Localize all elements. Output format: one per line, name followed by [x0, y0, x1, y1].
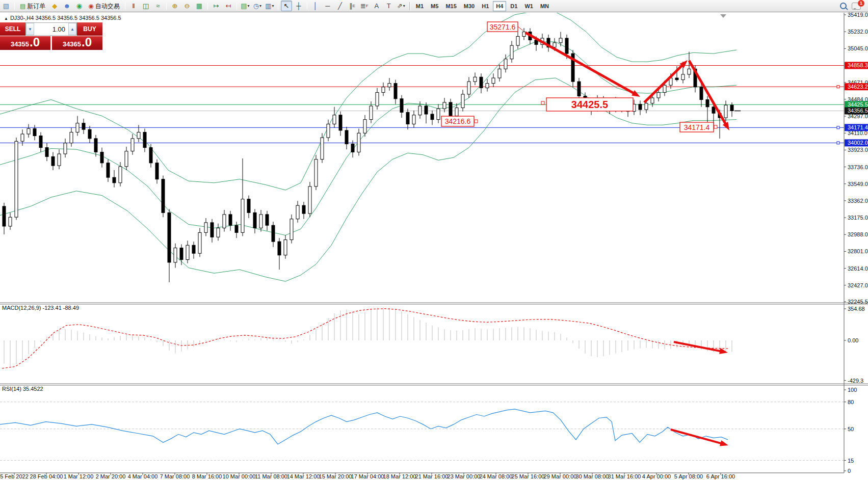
sell-price[interactable]: 34355.0: [0, 36, 50, 50]
time-axis-label: 11 Mar 08:00: [255, 473, 287, 479]
svg-text:34858.3: 34858.3: [848, 62, 868, 68]
time-axis-label: 15 Mar 20:00: [319, 473, 352, 479]
rsi-line: [0, 409, 728, 444]
svg-text:34356.5: 34356.5: [848, 108, 868, 114]
svg-text:15: 15: [848, 458, 854, 464]
chart-canvas[interactable]: 35271.634425.534216.634171.435419.035232…: [0, 0, 868, 480]
svg-text:35419.0: 35419.0: [848, 12, 868, 18]
trend-arrowhead: [719, 348, 728, 354]
svg-text:100: 100: [848, 387, 857, 393]
time-axis-label: 8 Mar 16:00: [192, 473, 222, 479]
rsi-pane: [0, 402, 844, 461]
chart-end-marker: [720, 14, 726, 18]
svg-text:32801.0: 32801.0: [848, 248, 868, 254]
svg-text:0.00: 0.00: [848, 337, 858, 343]
time-axis[interactable]: 5 Feb 202228 Feb 04:001 Mar 12:002 Mar 2…: [0, 473, 735, 479]
svg-text:34623.2: 34623.2: [848, 84, 868, 90]
svg-text:34002.0: 34002.0: [848, 140, 868, 146]
svg-text:0: 0: [848, 468, 851, 474]
rsi-label: RSI(14) 35.4522: [2, 386, 43, 392]
trend-arrowhead: [720, 440, 728, 446]
volume-control: ▼ 1.00 ▲: [25, 22, 77, 36]
trend-arrow: [674, 342, 723, 352]
price-annotation-text: 34425.5: [571, 99, 608, 110]
svg-text:80: 80: [848, 399, 854, 405]
time-axis-label: 4 Mar 04:00: [128, 473, 158, 479]
time-axis-label: 14 Mar 12:00: [287, 473, 320, 479]
time-axis-label: 10 Mar 00:00: [223, 473, 256, 479]
main-pane: [0, 11, 844, 282]
svg-text:35232.0: 35232.0: [848, 29, 868, 35]
volume-increase-button[interactable]: ▲: [68, 23, 76, 35]
time-axis-label: 30 Mar 08:00: [576, 473, 609, 479]
svg-text:33736.0: 33736.0: [848, 164, 868, 170]
volume-input[interactable]: 1.00: [34, 25, 68, 33]
chart-title: ▲DJ30-,H4 34356.5 34356.5 34356.5 34356.…: [4, 15, 121, 21]
macd-signal-line: [2, 309, 729, 368]
svg-text:34425.5: 34425.5: [848, 101, 868, 108]
level-lines: [0, 65, 844, 144]
one-click-trading-panel: SELL ▼ 1.00 ▲ BUY 34355.0 34365.0: [0, 22, 102, 50]
pane-borders: [0, 13, 868, 473]
chart-title-text: DJ30-,H4 34356.5 34356.5 34356.5 34356.5: [10, 15, 121, 21]
svg-text:354.68: 354.68: [848, 306, 865, 312]
svg-text:50: 50: [848, 426, 854, 432]
collapse-panel-icon[interactable]: ▲: [4, 16, 8, 21]
time-axis-label: 5 Apr 08:00: [674, 473, 703, 479]
candles-layer: [3, 28, 733, 282]
price-annotation-text: 35271.6: [490, 23, 516, 31]
time-axis-label: 1 Mar 12:00: [64, 473, 94, 479]
trend-arrow: [525, 33, 636, 95]
price-annotation-text: 34216.6: [445, 117, 471, 125]
time-axis-label: 4 Apr 00:00: [642, 473, 671, 479]
volume-decrease-button[interactable]: ▼: [26, 23, 34, 35]
time-axis-label: 2 Mar 20:00: [96, 473, 126, 479]
time-axis-label: 28 Feb 04:00: [30, 473, 63, 479]
mt4-window: { "toolbar":{ "groups":[ {"items":[{"typ…: [0, 0, 868, 480]
svg-text:32614.0: 32614.0: [848, 265, 868, 272]
svg-text:32245.5: 32245.5: [848, 299, 868, 305]
macd-histogram: [4, 307, 732, 366]
time-axis-label: 21 Mar 16:00: [415, 473, 449, 479]
time-axis-label: 31 Mar 16:00: [608, 473, 641, 479]
svg-text:33362.0: 33362.0: [848, 198, 868, 204]
svg-text:-429.3: -429.3: [848, 378, 863, 384]
time-axis-label: 5 Feb 2022: [0, 473, 29, 479]
buy-button[interactable]: BUY: [77, 22, 102, 36]
buy-price[interactable]: 34365.0: [52, 36, 102, 50]
time-axis-label: 29 Mar 00:00: [544, 473, 577, 479]
price-annotation-text: 34171.4: [684, 123, 710, 131]
svg-text:34171.4: 34171.4: [848, 124, 868, 130]
svg-text:32988.0: 32988.0: [848, 231, 868, 237]
trend-arrow: [689, 61, 727, 126]
svg-text:33549.0: 33549.0: [848, 181, 868, 187]
time-axis-label: 17 Mar 04:00: [351, 473, 384, 479]
sell-button[interactable]: SELL: [0, 22, 25, 36]
svg-text:35045.0: 35045.0: [848, 45, 868, 51]
trend-arrowhead: [632, 90, 640, 97]
trend-arrow: [671, 430, 724, 444]
bollinger-middle: [0, 42, 737, 235]
price-axis[interactable]: 35419.035232.035045.034671.034484.034297…: [844, 12, 868, 474]
macd-label: MACD(12,26,9) -123.41 -88.49: [2, 305, 79, 311]
time-axis-label: 18 Mar 12:00: [383, 473, 416, 479]
svg-text:33923.0: 33923.0: [848, 147, 868, 153]
time-axis-label: 6 Apr 16:00: [706, 473, 735, 479]
bollinger-bands: [0, 11, 737, 282]
trend-arrow: [644, 63, 685, 102]
analyst-annotations: 35271.634425.534216.634171.4: [441, 22, 729, 446]
svg-text:33175.0: 33175.0: [848, 215, 868, 221]
time-axis-label: 24 Mar 08:00: [480, 473, 513, 479]
macd-pane: [2, 307, 732, 368]
time-axis-label: 23 Mar 00:00: [448, 473, 481, 479]
trend-arrowhead: [723, 122, 729, 130]
time-axis-label: 25 Mar 16:00: [512, 473, 545, 479]
svg-text:32427.0: 32427.0: [848, 282, 868, 288]
time-axis-label: 7 Mar 08:00: [160, 473, 190, 479]
